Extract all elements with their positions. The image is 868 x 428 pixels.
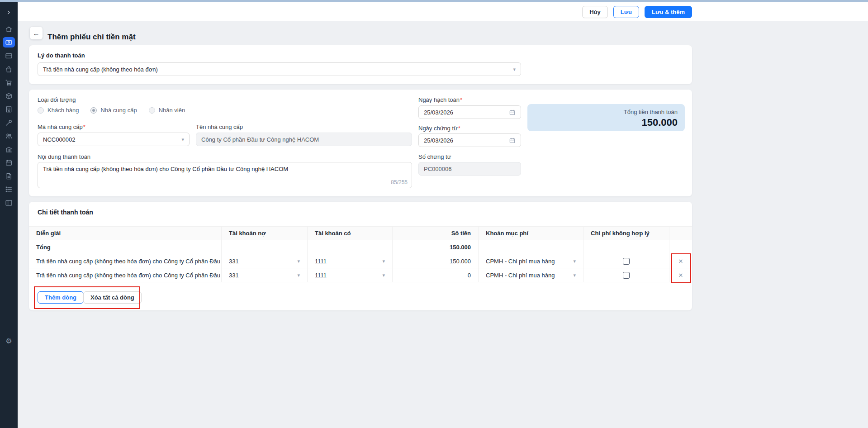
sidebar-item-layout-panel[interactable] (0, 196, 18, 209)
cash-voucher-icon (5, 38, 13, 46)
chevron-down-icon: ▾ (297, 259, 300, 264)
payment-reason-label: Lý do thanh toán (38, 52, 85, 59)
supplier-code-select[interactable]: NCC000002 ▾ (38, 133, 190, 146)
radio-employee-label: Nhân viên (159, 107, 185, 114)
radio-circle-selected (90, 107, 97, 114)
row-expense-select[interactable]: CPMH - Chi phí mua hàng▾ (479, 268, 583, 282)
report-list-icon (5, 185, 13, 193)
delete-row-icon[interactable]: ✕ (678, 258, 683, 265)
char-counter: 85/255 (391, 179, 408, 186)
row-amount[interactable]: 0 (393, 268, 479, 282)
required-asterisk: * (458, 125, 460, 132)
row-description[interactable]: Trả tiền nhà cung cấp (không theo hóa đơ… (29, 268, 222, 282)
sidebar-item-bank[interactable] (0, 143, 18, 156)
required-asterisk: * (460, 96, 462, 103)
sidebar-item-report-list[interactable] (0, 183, 18, 195)
chevron-down-icon: ▾ (573, 273, 576, 278)
chevron-down-icon: ▾ (573, 259, 576, 264)
sidebar-item-home[interactable] (0, 23, 18, 35)
warehouse-icon (5, 105, 13, 113)
add-row-button[interactable]: Thêm dòng (38, 291, 84, 304)
payment-content-value: Trả tiền nhà cung cấp (không theo hóa đơ… (43, 166, 288, 172)
shopping-cart-icon (5, 79, 13, 86)
doc-date-input[interactable]: 25/03/2026 (418, 133, 521, 147)
radio-circle (149, 107, 155, 114)
col-debit-account: Tài khoản nợ (222, 227, 308, 240)
sidebar-item-warehouse[interactable] (0, 103, 18, 115)
layout-panel-icon (5, 199, 13, 207)
chevron-down-icon: ▾ (181, 137, 184, 142)
supplier-name-input: Công ty Cổ phần Đầu tư Công nghệ HACOM (196, 133, 412, 146)
row-actions-cell: ✕ (669, 254, 692, 268)
package-icon (5, 92, 13, 100)
total-amount-box: Tổng tiền thanh toán 150.000 (527, 104, 685, 131)
sidebar-item-tools[interactable] (0, 116, 18, 129)
sidebar-item-package[interactable] (0, 90, 18, 102)
row-actions-cell: ✕ (669, 268, 692, 282)
delete-row-icon[interactable]: ✕ (678, 272, 683, 279)
payment-content-textarea[interactable]: Trả tiền nhà cung cấp (không theo hóa đơ… (38, 162, 412, 188)
settings-gear-icon: ⚙ (5, 338, 12, 345)
sidebar-item-settings[interactable]: ⚙ (0, 335, 18, 347)
delete-all-rows-button[interactable]: Xóa tất cả dòng (83, 291, 142, 304)
shopping-bag-icon (5, 66, 13, 73)
supplier-code-value: NCC000002 (43, 136, 76, 143)
invalid-expense-checkbox[interactable] (623, 272, 630, 279)
cancel-button[interactable]: Hủy (582, 6, 608, 18)
col-amount: Số tiền (393, 227, 479, 240)
home-icon (5, 25, 13, 33)
radio-supplier: Nhà cung cấp (90, 107, 137, 114)
sidebar-item-shopping-cart[interactable] (0, 76, 18, 89)
bank-card-icon (5, 52, 13, 60)
sidebar-item-staff[interactable] (0, 129, 18, 142)
total-row-amount: 150.000 (393, 240, 479, 254)
table-header-row: Diễn giải Tài khoản nợ Tài khoản có Số t… (29, 226, 692, 240)
document-icon (5, 172, 13, 180)
details-title: Chi tiết thanh toán (38, 209, 93, 216)
row-debit-select[interactable]: 331▾ (222, 254, 308, 268)
row-description[interactable]: Trả tiền nhà cung cấp (không theo hóa đơ… (29, 254, 222, 268)
row-debit-select[interactable]: 331▾ (222, 268, 308, 282)
posting-date-value: 25/03/2026 (424, 109, 453, 116)
sidebar-item-shopping-bag[interactable] (0, 63, 18, 76)
posting-date-label: Ngày hạch toán* (418, 96, 462, 103)
sidebar-item-calendar[interactable] (0, 156, 18, 169)
table-row: Trả tiền nhà cung cấp (không theo hóa đơ… (29, 268, 692, 282)
radio-customer-label: Khách hàng (47, 107, 79, 114)
col-invalid-expense: Chi phí không hợp lý (583, 227, 669, 240)
supplier-name-value: Công ty Cổ phần Đầu tư Công nghệ HACOM (201, 136, 319, 143)
row-credit-select[interactable]: 1111▾ (308, 268, 393, 282)
row-invalid-expense-cell (583, 254, 669, 268)
calendar-icon (5, 159, 13, 166)
table-row: Trả tiền nhà cung cấp (không theo hóa đơ… (29, 254, 692, 268)
col-actions (669, 227, 692, 240)
doc-number-input: PC000006 (418, 162, 521, 176)
back-button[interactable]: ← (30, 27, 43, 39)
doc-date-label: Ngày chứng từ* (418, 125, 460, 132)
save-button[interactable]: Lưu (613, 6, 639, 18)
sidebar-expand-button[interactable] (0, 6, 18, 19)
topbar-actions: Hủy Lưu Lưu & thêm (582, 6, 692, 18)
chevron-down-icon: ▾ (382, 259, 385, 264)
row-amount[interactable]: 150.000 (393, 254, 479, 268)
save-and-add-button[interactable]: Lưu & thêm (645, 6, 692, 18)
total-amount-label: Tổng tiền thanh toán (535, 109, 678, 115)
supplier-name-label: Tên nhà cung cấp (196, 124, 243, 130)
sidebar-item-document[interactable] (0, 170, 18, 182)
row-credit-select[interactable]: 1111▾ (308, 254, 393, 268)
doc-number-value: PC000006 (424, 166, 451, 172)
object-type-radio-group: Khách hàng Nhà cung cấp Nhân viên (38, 107, 185, 114)
posting-date-input[interactable]: 25/03/2026 (418, 105, 521, 119)
row-expense-select[interactable]: CPMH - Chi phí mua hàng▾ (479, 254, 583, 268)
chevron-down-icon: ▾ (382, 273, 385, 278)
object-type-label: Loại đối tượng (38, 96, 76, 103)
doc-number-label: Số chứng từ (418, 153, 451, 160)
doc-date-value: 25/03/2026 (424, 137, 453, 144)
payment-reason-select[interactable]: Trả tiền nhà cung cấp (không theo hóa đơ… (38, 62, 521, 76)
sidebar-item-bank-card[interactable] (0, 49, 18, 62)
invalid-expense-checkbox[interactable] (623, 258, 630, 265)
sidebar-item-cash-voucher[interactable] (3, 37, 15, 48)
page-title: Thêm phiếu chi tiền mặt (47, 33, 136, 42)
payment-reason-card: Lý do thanh toán Trả tiền nhà cung cấp (… (29, 45, 692, 84)
staff-icon (5, 132, 13, 140)
